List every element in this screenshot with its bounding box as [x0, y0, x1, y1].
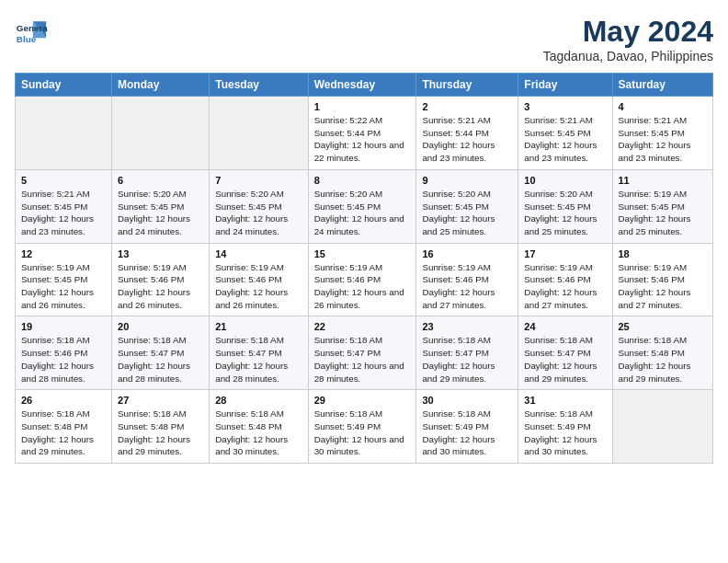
- day-info: Sunrise: 5:18 AMSunset: 5:48 PMDaylight:…: [21, 408, 106, 458]
- day-number: 29: [314, 395, 411, 406]
- day-info: Sunrise: 5:20 AMSunset: 5:45 PMDaylight:…: [215, 188, 301, 238]
- day-info: Sunrise: 5:18 AMSunset: 5:46 PMDaylight:…: [21, 334, 106, 385]
- day-info: Sunrise: 5:19 AMSunset: 5:45 PMDaylight:…: [21, 261, 106, 312]
- calendar-cell: 15Sunrise: 5:19 AMSunset: 5:46 PMDayligh…: [308, 243, 416, 316]
- col-header-monday: Monday: [112, 74, 210, 97]
- day-number: 25: [619, 321, 708, 332]
- calendar-week-row: 19Sunrise: 5:18 AMSunset: 5:46 PMDayligh…: [16, 316, 713, 390]
- day-number: 10: [524, 175, 606, 186]
- day-info: Sunrise: 5:19 AMSunset: 5:46 PMDaylight:…: [215, 261, 301, 312]
- day-info: Sunrise: 5:22 AMSunset: 5:44 PMDaylight:…: [314, 114, 411, 165]
- calendar-cell: 20Sunrise: 5:18 AMSunset: 5:47 PMDayligh…: [112, 316, 210, 390]
- calendar-cell: 8Sunrise: 5:20 AMSunset: 5:45 PMDaylight…: [308, 169, 416, 243]
- day-number: 14: [215, 248, 301, 259]
- day-number: 5: [21, 175, 106, 186]
- col-header-saturday: Saturday: [612, 74, 713, 97]
- calendar-week-row: 5Sunrise: 5:21 AMSunset: 5:45 PMDaylight…: [16, 169, 713, 243]
- calendar-cell: 16Sunrise: 5:19 AMSunset: 5:46 PMDayligh…: [416, 243, 518, 316]
- calendar-cell: [112, 97, 210, 170]
- day-info: Sunrise: 5:18 AMSunset: 5:48 PMDaylight:…: [619, 334, 708, 385]
- calendar-cell: 23Sunrise: 5:18 AMSunset: 5:47 PMDayligh…: [416, 316, 518, 390]
- col-header-wednesday: Wednesday: [308, 74, 416, 97]
- calendar-cell: 30Sunrise: 5:18 AMSunset: 5:49 PMDayligh…: [416, 390, 518, 464]
- day-info: Sunrise: 5:21 AMSunset: 5:45 PMDaylight:…: [524, 114, 606, 165]
- day-number: 31: [524, 395, 606, 406]
- day-number: 8: [314, 175, 411, 186]
- day-info: Sunrise: 5:19 AMSunset: 5:45 PMDaylight:…: [619, 188, 708, 238]
- calendar-week-row: 26Sunrise: 5:18 AMSunset: 5:48 PMDayligh…: [16, 390, 713, 464]
- day-number: 15: [314, 248, 411, 259]
- day-info: Sunrise: 5:18 AMSunset: 5:49 PMDaylight:…: [314, 408, 411, 458]
- calendar-cell: [16, 97, 112, 170]
- calendar-table: SundayMondayTuesdayWednesdayThursdayFrid…: [15, 73, 713, 464]
- day-info: Sunrise: 5:20 AMSunset: 5:45 PMDaylight:…: [524, 188, 606, 238]
- calendar-cell: 14Sunrise: 5:19 AMSunset: 5:46 PMDayligh…: [210, 243, 308, 316]
- calendar-cell: 22Sunrise: 5:18 AMSunset: 5:47 PMDayligh…: [308, 316, 416, 390]
- calendar-header-row: SundayMondayTuesdayWednesdayThursdayFrid…: [16, 74, 713, 97]
- day-info: Sunrise: 5:20 AMSunset: 5:45 PMDaylight:…: [422, 188, 512, 238]
- calendar-cell: 3Sunrise: 5:21 AMSunset: 5:45 PMDaylight…: [518, 97, 612, 170]
- calendar-cell: 28Sunrise: 5:18 AMSunset: 5:48 PMDayligh…: [210, 390, 308, 464]
- day-info: Sunrise: 5:19 AMSunset: 5:46 PMDaylight:…: [118, 261, 203, 312]
- day-info: Sunrise: 5:20 AMSunset: 5:45 PMDaylight:…: [118, 188, 203, 238]
- calendar-cell: 24Sunrise: 5:18 AMSunset: 5:47 PMDayligh…: [518, 316, 612, 390]
- calendar-cell: 31Sunrise: 5:18 AMSunset: 5:49 PMDayligh…: [518, 390, 612, 464]
- calendar-cell: 6Sunrise: 5:20 AMSunset: 5:45 PMDaylight…: [112, 169, 210, 243]
- day-info: Sunrise: 5:21 AMSunset: 5:45 PMDaylight:…: [619, 114, 708, 165]
- day-number: 30: [422, 395, 512, 406]
- col-header-thursday: Thursday: [416, 74, 518, 97]
- subtitle: Tagdanua, Davao, Philippines: [543, 49, 713, 63]
- calendar-cell: [210, 97, 308, 170]
- day-number: 1: [314, 101, 411, 112]
- day-info: Sunrise: 5:18 AMSunset: 5:47 PMDaylight:…: [524, 334, 606, 385]
- title-area: May 2024 Tagdanua, Davao, Philippines: [543, 15, 713, 63]
- day-info: Sunrise: 5:18 AMSunset: 5:48 PMDaylight:…: [215, 408, 301, 458]
- day-number: 9: [422, 175, 512, 186]
- svg-text:General: General: [17, 23, 48, 33]
- day-info: Sunrise: 5:19 AMSunset: 5:46 PMDaylight:…: [314, 261, 411, 312]
- day-info: Sunrise: 5:18 AMSunset: 5:47 PMDaylight:…: [215, 334, 301, 385]
- day-info: Sunrise: 5:18 AMSunset: 5:48 PMDaylight:…: [118, 408, 203, 458]
- calendar-cell: 25Sunrise: 5:18 AMSunset: 5:48 PMDayligh…: [612, 316, 713, 390]
- calendar-cell: 26Sunrise: 5:18 AMSunset: 5:48 PMDayligh…: [16, 390, 112, 464]
- day-number: 23: [422, 321, 512, 332]
- calendar-cell: 10Sunrise: 5:20 AMSunset: 5:45 PMDayligh…: [518, 169, 612, 243]
- calendar-week-row: 12Sunrise: 5:19 AMSunset: 5:45 PMDayligh…: [16, 243, 713, 316]
- calendar-cell: 2Sunrise: 5:21 AMSunset: 5:44 PMDaylight…: [416, 97, 518, 170]
- calendar-cell: 5Sunrise: 5:21 AMSunset: 5:45 PMDaylight…: [16, 169, 112, 243]
- calendar-cell: 19Sunrise: 5:18 AMSunset: 5:46 PMDayligh…: [16, 316, 112, 390]
- day-info: Sunrise: 5:20 AMSunset: 5:45 PMDaylight:…: [314, 188, 411, 238]
- day-number: 24: [524, 321, 606, 332]
- day-info: Sunrise: 5:18 AMSunset: 5:49 PMDaylight:…: [422, 408, 512, 458]
- day-number: 3: [524, 101, 606, 112]
- calendar-cell: 18Sunrise: 5:19 AMSunset: 5:46 PMDayligh…: [612, 243, 713, 316]
- calendar-cell: 27Sunrise: 5:18 AMSunset: 5:48 PMDayligh…: [112, 390, 210, 464]
- day-number: 26: [21, 395, 106, 406]
- day-number: 4: [619, 101, 708, 112]
- day-info: Sunrise: 5:19 AMSunset: 5:46 PMDaylight:…: [619, 261, 708, 312]
- calendar-cell: 21Sunrise: 5:18 AMSunset: 5:47 PMDayligh…: [210, 316, 308, 390]
- calendar-cell: 4Sunrise: 5:21 AMSunset: 5:45 PMDaylight…: [612, 97, 713, 170]
- calendar-cell: 11Sunrise: 5:19 AMSunset: 5:45 PMDayligh…: [612, 169, 713, 243]
- day-number: 27: [118, 395, 203, 406]
- day-info: Sunrise: 5:18 AMSunset: 5:47 PMDaylight:…: [314, 334, 411, 385]
- day-number: 13: [118, 248, 203, 259]
- day-number: 19: [21, 321, 106, 332]
- calendar-cell: 9Sunrise: 5:20 AMSunset: 5:45 PMDaylight…: [416, 169, 518, 243]
- day-info: Sunrise: 5:19 AMSunset: 5:46 PMDaylight:…: [524, 261, 606, 312]
- header: General Blue May 2024 Tagdanua, Davao, P…: [15, 15, 713, 63]
- logo: General Blue: [15, 15, 48, 48]
- day-number: 22: [314, 321, 411, 332]
- calendar-week-row: 1Sunrise: 5:22 AMSunset: 5:44 PMDaylight…: [16, 97, 713, 170]
- calendar-cell: 13Sunrise: 5:19 AMSunset: 5:46 PMDayligh…: [112, 243, 210, 316]
- day-number: 6: [118, 175, 203, 186]
- calendar-cell: 7Sunrise: 5:20 AMSunset: 5:45 PMDaylight…: [210, 169, 308, 243]
- logo-icon: General Blue: [15, 15, 48, 48]
- day-number: 12: [21, 248, 106, 259]
- day-number: 21: [215, 321, 301, 332]
- day-number: 18: [619, 248, 708, 259]
- day-info: Sunrise: 5:18 AMSunset: 5:49 PMDaylight:…: [524, 408, 606, 458]
- day-number: 28: [215, 395, 301, 406]
- col-header-sunday: Sunday: [16, 74, 112, 97]
- day-info: Sunrise: 5:21 AMSunset: 5:45 PMDaylight:…: [21, 188, 106, 238]
